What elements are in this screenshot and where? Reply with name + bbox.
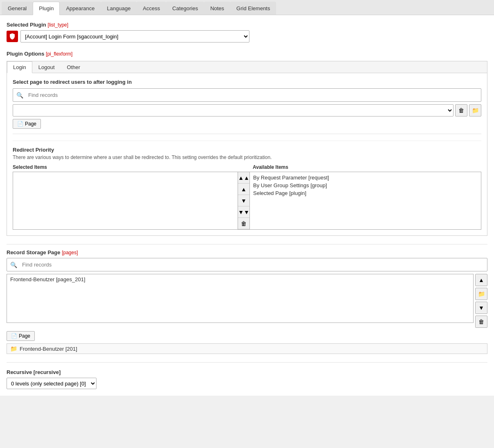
move-to-top-btn[interactable]: ▲▲ (238, 172, 249, 184)
avail-item-0: By Request Parameter [request] (253, 174, 478, 181)
record-up-btn[interactable]: ▲ (475, 274, 487, 286)
record-path-item: 📁 Frontend-Benutzer [201] (7, 343, 487, 354)
tab-access[interactable]: Access (137, 2, 166, 15)
selected-items-list (13, 172, 238, 229)
redirect-select-row: 🗑 📁 (13, 104, 481, 116)
plugin-options-panel: Login Logout Other Select page to redire… (7, 61, 487, 236)
folder-icon: 📁 (10, 345, 17, 352)
redirect-search-input[interactable] (26, 90, 478, 100)
recursive-section: Recursive [recursive] 0 levels (only sel… (7, 369, 487, 389)
dual-list-delete-btn[interactable]: 🗑 (238, 218, 249, 229)
plugin-dropdown[interactable]: [Account] Login Form [sgaccount_login] (20, 30, 249, 43)
tab-grid-elements[interactable]: Grid Elements (230, 2, 276, 15)
redirect-priority-title: Redirect Priority (13, 147, 481, 153)
main-tab-bar: General Plugin Appearance Language Acces… (0, 0, 494, 15)
record-controls: ▲ 📁 ▼ 🗑 (475, 274, 487, 328)
search-icon: 🔍 (16, 92, 23, 99)
redirect-after-login-title: Select page to redirect users to after l… (13, 79, 481, 85)
tab-general[interactable]: General (2, 2, 33, 15)
record-list-item: Frontend-Benutzer [pages_201] (7, 274, 473, 284)
avail-item-2: Selected Page [plugin] (253, 189, 478, 197)
tab-language[interactable]: Language (101, 2, 137, 15)
tab-plugin[interactable]: Plugin (33, 2, 60, 15)
redirect-page-btn[interactable]: 📄 Page (13, 119, 41, 129)
record-storage-label: Record Storage Page [pages] (7, 249, 487, 255)
selected-items-label: Selected Items (13, 164, 241, 170)
plugin-options-tag: [pi_flexform] (46, 51, 72, 57)
recursive-divider (7, 362, 487, 363)
plugin-icon (7, 31, 18, 42)
redirect-page-select[interactable] (13, 104, 454, 116)
record-storage-section: Record Storage Page [pages] 🔍 Frontend-B… (7, 249, 487, 354)
section-divider (13, 134, 481, 134)
tab-categories[interactable]: Categories (166, 2, 204, 15)
main-divider (7, 244, 487, 244)
selected-plugin-label: Selected Plugin [list_type] (7, 22, 487, 28)
redirect-priority-desc: There are various ways to determine wher… (13, 155, 481, 160)
move-to-bottom-btn[interactable]: ▼▼ (238, 206, 249, 218)
record-page-btn[interactable]: 📄 Page (7, 331, 35, 341)
plugin-options-label: Plugin Options [pi_flexform] (7, 51, 487, 57)
available-items-list: By Request Parameter [request] By User G… (250, 172, 481, 229)
redirect-search-row: 🔍 (13, 88, 481, 102)
recursive-tag: [recursive] (34, 369, 61, 375)
inner-tab-bar: Login Logout Other (7, 61, 487, 73)
record-storage-tag: [pages] (62, 250, 78, 255)
tab-appearance[interactable]: Appearance (60, 2, 101, 15)
record-with-controls: Frontend-Benutzer [pages_201] ▲ 📁 ▼ 🗑 (7, 274, 487, 328)
record-folder-btn[interactable]: 📁 (475, 288, 487, 300)
redirect-priority-section: Redirect Priority There are various ways… (13, 141, 481, 230)
dual-list-controls: ▲▲ ▲ ▼ ▼▼ 🗑 (238, 172, 250, 229)
record-page-icon: 📄 (11, 333, 17, 339)
record-storage-search-input[interactable] (20, 260, 484, 269)
move-down-btn[interactable]: ▼ (238, 195, 249, 206)
selected-plugin-tag: [list_type] (47, 22, 68, 28)
record-search-icon: 🔍 (10, 262, 17, 268)
record-list-box: Frontend-Benutzer [pages_201] (7, 274, 474, 323)
record-down-btn[interactable]: ▼ (475, 302, 487, 314)
plugin-select-row: [Account] Login Form [sgaccount_login] (7, 30, 487, 43)
avail-item-1: By User Group Settings [group] (253, 181, 478, 189)
selected-plugin-section: Selected Plugin [list_type] [Account] Lo… (7, 22, 487, 43)
available-items-label: Available Items (253, 164, 481, 170)
recursive-dropdown[interactable]: 0 levels (only selected page) [0]1 level… (7, 378, 97, 389)
inner-tab-login[interactable]: Login (7, 61, 32, 73)
inner-tab-logout[interactable]: Logout (32, 61, 61, 73)
dual-list: ▲▲ ▲ ▼ ▼▼ 🗑 By Request Parameter [reques… (13, 172, 481, 230)
record-delete-btn[interactable]: 🗑 (475, 316, 487, 328)
redirect-delete-btn[interactable]: 🗑 (455, 104, 467, 116)
shield-icon (9, 33, 16, 40)
dual-list-headers: Selected Items Available Items (13, 164, 481, 170)
plugin-options-section: Plugin Options [pi_flexform] Login Logou… (7, 51, 487, 236)
redirect-folder-btn[interactable]: 📁 (469, 104, 481, 116)
record-storage-search-row: 🔍 (7, 258, 487, 271)
tab-notes[interactable]: Notes (204, 2, 230, 15)
redirect-after-login-section: Select page to redirect users to after l… (13, 79, 481, 129)
page-icon: 📄 (17, 121, 23, 127)
content-area: Selected Plugin [list_type] [Account] Lo… (0, 15, 494, 396)
inner-tab-other[interactable]: Other (61, 61, 87, 73)
move-up-btn[interactable]: ▲ (238, 184, 249, 195)
recursive-label: Recursive [recursive] (7, 369, 487, 375)
login-tab-content: Select page to redirect users to after l… (7, 73, 487, 235)
